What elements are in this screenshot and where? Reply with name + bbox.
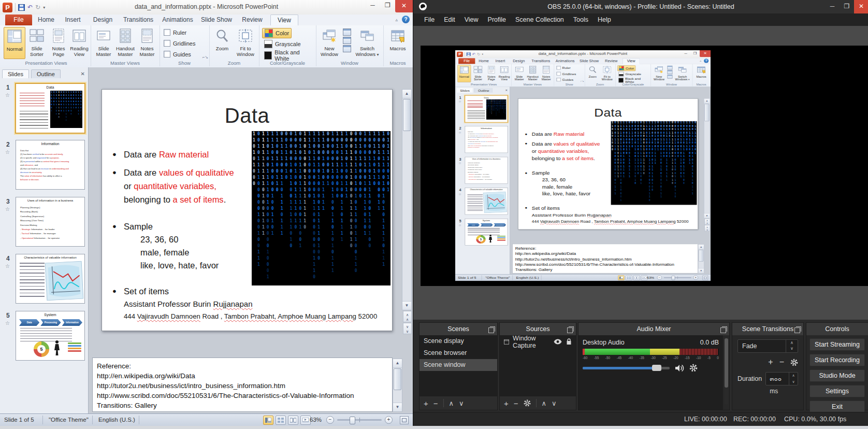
normal-view-button[interactable]: Normal <box>4 27 25 59</box>
slide-thumbnail-2[interactable]: 2 ☆ Information Data that (1) has been v… <box>0 140 87 190</box>
collapse-ribbon-icon[interactable]: ▵ <box>395 17 398 22</box>
controls-header[interactable]: Controls <box>806 323 868 335</box>
help-icon[interactable]: ? <box>402 16 410 23</box>
lock-icon[interactable] <box>566 338 572 345</box>
menu-view[interactable]: View <box>460 13 483 26</box>
ruler-checkbox[interactable]: Ruler <box>164 29 186 36</box>
scene-item[interactable]: Scene browser <box>419 347 497 359</box>
volume-slider[interactable] <box>583 367 670 369</box>
audio-mixer-header[interactable]: Audio Mixer <box>578 323 729 335</box>
notes-scrollbar[interactable]: ▲ ▼ <box>393 359 402 412</box>
mixer-gear-icon[interactable] <box>689 364 698 372</box>
scrollbar-thumb[interactable] <box>403 99 411 131</box>
previous-slide-button[interactable]: ∧∧ <box>403 311 412 322</box>
handout-master-button[interactable]: Handout Master <box>115 27 136 58</box>
scene-item-selected[interactable]: Scene window <box>419 359 497 371</box>
switch-windows-button[interactable]: Switch Windows ▾ <box>354 27 380 58</box>
tab-view[interactable]: View <box>270 15 298 26</box>
tab-outline[interactable]: Outline <box>31 69 61 78</box>
minimize-button[interactable]: ─ <box>365 0 380 11</box>
reading-view-toggle[interactable] <box>288 416 298 425</box>
scroll-up-icon[interactable]: ▲ <box>402 90 411 98</box>
remove-scene-icon[interactable]: − <box>433 399 438 408</box>
volume-slider-handle[interactable] <box>652 365 661 371</box>
arrange-all-icon[interactable] <box>343 37 351 44</box>
next-slide-button[interactable]: ∨∨ <box>403 323 412 334</box>
scene-item[interactable]: Scene display <box>419 335 497 347</box>
minimize-button[interactable]: ─ <box>825 0 840 13</box>
zoom-in-button[interactable]: + <box>385 416 393 424</box>
duration-input[interactable]: ๓๐๐ ms ∧∨ <box>765 372 798 385</box>
add-source-icon[interactable]: + <box>504 399 509 408</box>
normal-view-toggle[interactable] <box>263 416 273 425</box>
color-button[interactable]: Color <box>262 28 292 38</box>
powerpoint-app-icon[interactable]: P <box>3 3 12 12</box>
slide-canvas[interactable]: Data 11010100000101111000001001001111111… <box>102 89 393 331</box>
remove-source-icon[interactable]: − <box>514 399 518 408</box>
redo-icon[interactable]: ↻ <box>35 3 40 12</box>
sources-header[interactable]: Sources <box>500 323 576 335</box>
tab-slide-show[interactable]: Slide Show <box>199 15 234 25</box>
save-icon[interactable] <box>18 4 25 11</box>
zoom-slider-thumb[interactable] <box>350 417 355 424</box>
slideshow-toggle[interactable] <box>300 416 311 425</box>
transition-select[interactable]: Fade ∧∨ <box>737 339 798 353</box>
gridlines-checkbox[interactable]: Gridlines <box>164 40 195 47</box>
maximize-button[interactable]: ❐ <box>840 0 854 13</box>
tab-animations[interactable]: Animations <box>158 15 197 25</box>
popout-icon[interactable] <box>488 327 494 333</box>
move-split-icon[interactable] <box>343 45 351 52</box>
close-button[interactable]: ✕ <box>854 0 868 13</box>
source-properties-gear-icon[interactable] <box>524 399 531 407</box>
eye-visible-icon[interactable] <box>554 339 562 345</box>
start-streaming-button[interactable]: Start Streaming <box>809 338 865 351</box>
notes-page-button[interactable]: Notes Page <box>48 27 69 58</box>
matrix-image[interactable]: 1101010000010111100000100100111111111111… <box>252 131 390 285</box>
mixer-scrollbar[interactable] <box>725 337 728 405</box>
popout-icon[interactable] <box>567 327 573 333</box>
tab-slides[interactable]: Slides <box>2 69 29 78</box>
tab-insert[interactable]: Insert <box>60 15 85 25</box>
exit-button[interactable]: Exit <box>809 401 865 413</box>
maximize-button[interactable]: ❐ <box>380 0 395 11</box>
popout-icon[interactable] <box>794 327 800 333</box>
scenes-header[interactable]: Scenes <box>419 323 497 335</box>
zoom-percentage[interactable]: 63% <box>310 414 322 426</box>
slide-sorter-toggle[interactable] <box>276 416 286 425</box>
language-status[interactable]: English (U.S.) <box>98 414 135 426</box>
speaker-icon[interactable] <box>675 364 684 372</box>
slide-master-button[interactable]: Slide Master <box>93 27 114 58</box>
cascade-windows-icon[interactable] <box>343 28 351 36</box>
settings-button[interactable]: Settings <box>809 385 865 397</box>
tab-design[interactable]: Design <box>88 15 118 25</box>
black-and-white-button[interactable]: Black and White <box>262 51 316 60</box>
theme-status[interactable]: "Office Theme" <box>49 414 89 426</box>
studio-mode-button[interactable]: Studio Mode <box>809 369 865 382</box>
close-pane-icon[interactable]: ✕ <box>81 71 85 77</box>
slide-number-status[interactable]: Slide 1 of 5 <box>4 414 34 426</box>
slide-thumbnail-1[interactable]: 1 ☆ Data 1101001011010101111000110100000… <box>0 83 87 133</box>
scroll-down-icon[interactable]: ▼ <box>402 301 411 310</box>
menu-edit[interactable]: Edit <box>439 13 460 26</box>
scroll-down-icon[interactable]: ▼ <box>393 403 402 411</box>
macros-button[interactable]: Macros <box>387 27 408 58</box>
slide-thumbnail-4[interactable]: 4 ☆ Characteristics of valuable informat… <box>0 254 87 304</box>
start-recording-button[interactable]: Start Recording <box>809 354 865 366</box>
qat-dropdown-icon[interactable]: ▾ <box>43 5 45 10</box>
notes-master-button[interactable]: Notes Master <box>137 27 157 58</box>
reading-view-button[interactable]: Reading View <box>69 27 90 58</box>
menu-scene-collection[interactable]: Scene Collection <box>511 13 569 26</box>
scene-transitions-header[interactable]: Scene Transitions <box>732 323 803 335</box>
transition-gear-icon[interactable] <box>790 359 798 366</box>
slide-thumbnail-3[interactable]: 3 ☆ Uses of information in a business Pl… <box>0 197 87 247</box>
zoom-out-button[interactable]: − <box>326 416 334 424</box>
obs-titlebar[interactable]: OBS 25.0.0 (64-bit, windows) - Profile: … <box>413 0 868 13</box>
move-up-icon[interactable]: ∧ <box>542 399 547 407</box>
zoom-slider[interactable] <box>337 419 382 421</box>
slide-thumbnail-5[interactable]: 5 ☆ System Data Processing Information 5 <box>0 311 87 361</box>
menu-file[interactable]: File <box>419 13 439 26</box>
preview-window-capture[interactable]: P ↶ ↻ ▾ data_and_information.pptx - Micr… <box>455 50 711 281</box>
tab-file[interactable]: File <box>5 15 32 25</box>
new-window-button[interactable]: New Window <box>319 27 340 58</box>
slide-scrollbar[interactable]: ▲ ▼ <box>402 89 412 310</box>
